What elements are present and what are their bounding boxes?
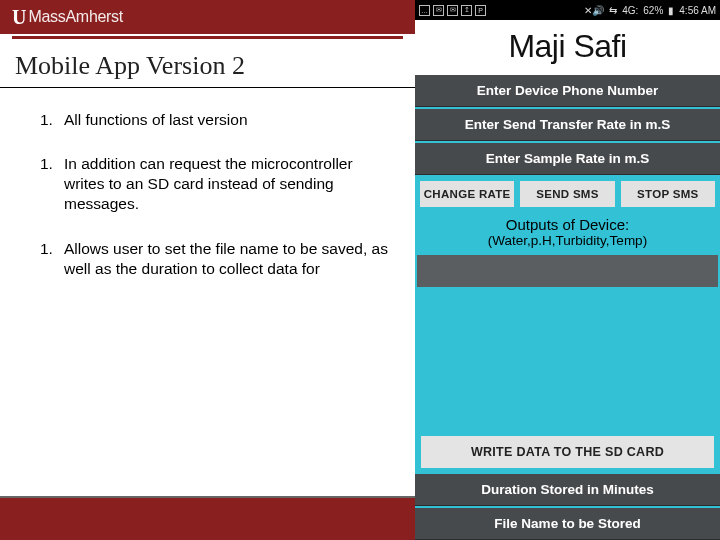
list-item: 1. In addition can request the microcont… (40, 154, 395, 214)
list-item: 1. All functions of last version (40, 110, 395, 130)
status-left: … ✉ ✉ ↥ P (419, 5, 486, 16)
bullet-text: Allows user to set the file name to be s… (64, 239, 395, 279)
wifi-icon: ⇆ (609, 5, 617, 16)
slide-title: Mobile App Version 2 (0, 39, 415, 88)
change-rate-button[interactable]: CHANGE RATE (420, 181, 514, 207)
outputs-title: Outputs of Device: (415, 213, 720, 233)
output-display (417, 255, 718, 287)
send-rate-input[interactable]: Enter Send Transfer Rate in m.S (415, 109, 720, 141)
bullet-number: 1. (40, 154, 64, 214)
p-icon: P (475, 5, 486, 16)
filename-input[interactable]: File Name to be Stored (415, 508, 720, 540)
send-sms-button[interactable]: SEND SMS (520, 181, 614, 207)
network-icon: 4G: (622, 5, 638, 16)
bottom-controls: WRITE DATA TO THE SD CARD Duration Store… (415, 436, 720, 540)
logo-text: MassAmherst (28, 8, 123, 26)
mute-icon: ✕🔊 (584, 5, 604, 16)
mail-icon: ✉ (433, 5, 444, 16)
bullet-text: In addition can request the microcontrol… (64, 154, 395, 214)
android-status-bar: … ✉ ✉ ↥ P ✕🔊 ⇆ 4G: 62% ▮ 4:56 AM (415, 0, 720, 20)
phone-number-input[interactable]: Enter Device Phone Number (415, 75, 720, 107)
app-title: Maji Safi (415, 20, 720, 75)
outputs-subtitle: (Water,p.H,Turbidity,Temp) (415, 233, 720, 253)
bullet-text: All functions of last version (64, 110, 395, 130)
mail-icon: ✉ (447, 5, 458, 16)
duration-input[interactable]: Duration Stored in Minutes (415, 474, 720, 506)
footer-bar (0, 496, 415, 540)
clock-time: 4:56 AM (679, 5, 716, 16)
bullet-number: 1. (40, 110, 64, 130)
list-item: 1. Allows user to set the file name to b… (40, 239, 395, 279)
battery-icon: ▮ (668, 5, 674, 16)
battery-percent: 62% (643, 5, 663, 16)
status-right: ✕🔊 ⇆ 4G: 62% ▮ 4:56 AM (584, 5, 716, 16)
university-header: U MassAmherst (0, 0, 415, 34)
button-row: CHANGE RATE SEND SMS STOP SMS (415, 175, 720, 213)
bullet-list: 1. All functions of last version 1. In a… (0, 88, 415, 279)
more-icon: … (419, 5, 430, 16)
logo-u-icon: U (12, 6, 26, 29)
bullet-number: 1. (40, 239, 64, 279)
slide-panel: U MassAmherst Mobile App Version 2 1. Al… (0, 0, 415, 540)
sample-rate-input[interactable]: Enter Sample Rate in m.S (415, 143, 720, 175)
upload-icon: ↥ (461, 5, 472, 16)
phone-mockup: … ✉ ✉ ↥ P ✕🔊 ⇆ 4G: 62% ▮ 4:56 AM Maji Sa… (415, 0, 720, 540)
write-sd-button[interactable]: WRITE DATA TO THE SD CARD (421, 436, 714, 468)
stop-sms-button[interactable]: STOP SMS (621, 181, 715, 207)
